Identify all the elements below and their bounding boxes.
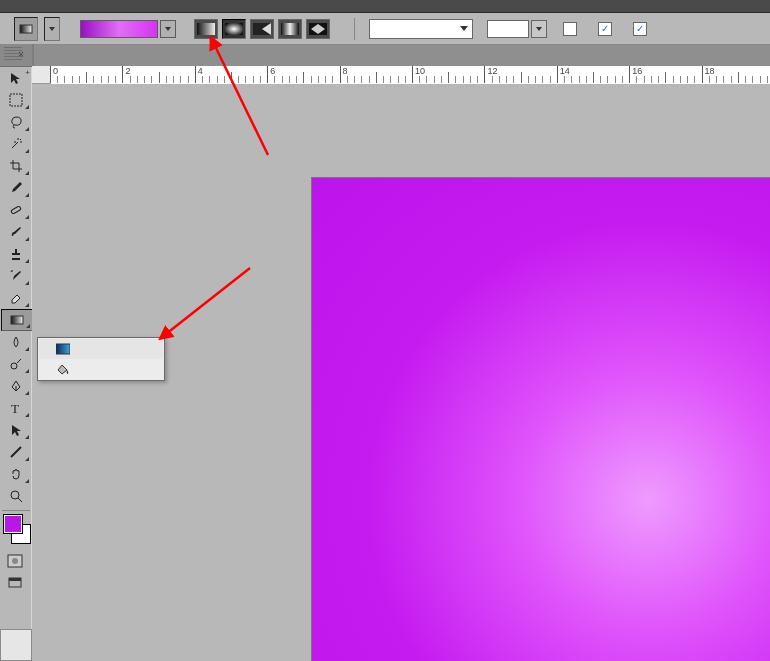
shape-tool[interactable]	[1, 441, 31, 463]
move-icon	[9, 71, 23, 85]
svg-rect-5	[281, 23, 299, 35]
paint-bucket-icon	[55, 361, 71, 377]
gradient-icon	[55, 341, 71, 357]
gradient-type-radial[interactable]	[222, 19, 246, 39]
zoom-tool[interactable]	[1, 485, 31, 507]
bandaid-icon	[9, 203, 23, 217]
svg-rect-1	[197, 23, 215, 35]
svg-rect-9	[11, 206, 22, 214]
gradient-icon	[19, 22, 33, 36]
pen-tool[interactable]	[1, 375, 31, 397]
transparency-group[interactable]	[633, 22, 650, 36]
eyedropper-tool[interactable]	[1, 177, 31, 199]
tool-preset-dropdown[interactable]	[44, 17, 60, 41]
opacity-input[interactable]	[487, 20, 529, 38]
crop-icon	[9, 159, 23, 173]
foreground-color[interactable]	[3, 514, 23, 534]
stamp-icon	[9, 247, 23, 261]
transparency-checkbox[interactable]	[633, 22, 647, 36]
dodge-tool[interactable]	[1, 353, 31, 375]
arrow-icon	[9, 423, 23, 437]
wand-icon	[9, 137, 23, 151]
ruler-horizontal[interactable]: 02468101214161820	[32, 66, 770, 85]
gradient-type-reflected[interactable]	[278, 19, 302, 39]
radial-icon	[225, 23, 243, 35]
current-tool-preset[interactable]	[14, 17, 38, 41]
dither-checkbox[interactable]	[598, 22, 612, 36]
ruler-origin[interactable]	[32, 66, 51, 84]
angle-icon	[253, 23, 271, 35]
drop-icon	[9, 335, 23, 349]
close-icon[interactable]: ×	[18, 50, 28, 60]
svg-rect-18	[56, 344, 70, 354]
gradient-type-diamond[interactable]	[306, 19, 330, 39]
status-fragment	[0, 629, 32, 661]
gradient-type-group	[194, 19, 330, 39]
history-brush-icon	[9, 269, 23, 283]
hand-icon	[9, 467, 23, 481]
dither-group[interactable]	[598, 22, 615, 36]
lasso-icon	[9, 115, 23, 129]
blur-tool[interactable]	[1, 331, 31, 353]
pen-icon	[9, 379, 23, 393]
svg-rect-2	[225, 23, 243, 35]
flyout-gradient-tool[interactable]	[39, 339, 163, 359]
quick-select-tool[interactable]	[1, 133, 31, 155]
gradient-type-angle[interactable]	[250, 19, 274, 39]
color-swatches[interactable]	[1, 514, 31, 548]
svg-rect-8	[10, 94, 22, 106]
quick-mask-toggle[interactable]	[0, 550, 30, 572]
brush-tool[interactable]	[1, 221, 31, 243]
document-tab-bar: ×	[0, 45, 770, 68]
svg-rect-0	[20, 25, 32, 33]
marquee-icon	[9, 93, 23, 107]
diamond-icon	[309, 23, 327, 35]
tools-panel-header[interactable]: ×	[0, 44, 32, 67]
hand-tool[interactable]	[1, 463, 31, 485]
type-icon: T	[9, 401, 23, 415]
gradient-tool[interactable]	[1, 309, 33, 331]
brush-icon	[9, 225, 23, 239]
crop-tool[interactable]	[1, 155, 31, 177]
svg-rect-10	[11, 316, 23, 324]
ruler-ticks: 02468101214161820	[50, 66, 770, 83]
reverse-group[interactable]	[563, 22, 580, 36]
move-tool[interactable]: +	[1, 67, 31, 89]
gradient-preview[interactable]	[80, 20, 158, 38]
zoom-icon	[9, 489, 23, 503]
type-tool[interactable]: T	[1, 397, 31, 419]
opacity-flyout[interactable]	[531, 20, 547, 38]
dodge-icon	[9, 357, 23, 371]
stamp-tool[interactable]	[1, 243, 31, 265]
gradient-picker-dropdown[interactable]	[160, 20, 176, 38]
quickmask-icon	[7, 554, 23, 568]
flyout-paint-bucket-tool[interactable]	[39, 359, 163, 379]
path-select-tool[interactable]	[1, 419, 31, 441]
line-icon	[9, 445, 23, 459]
history-brush-tool[interactable]	[1, 265, 31, 287]
canvas[interactable]	[312, 178, 770, 661]
tools-panel: × + T	[0, 44, 33, 661]
eyedropper-icon	[9, 181, 23, 195]
eraser-tool[interactable]	[1, 287, 31, 309]
linear-icon	[197, 23, 215, 35]
separator	[354, 18, 355, 40]
svg-point-15	[12, 558, 18, 564]
lasso-tool[interactable]	[1, 111, 31, 133]
healing-tool[interactable]	[1, 199, 31, 221]
marquee-tool[interactable]	[1, 89, 31, 111]
svg-point-11	[11, 363, 17, 369]
gradient-tool-flyout	[37, 337, 165, 381]
reverse-checkbox[interactable]	[563, 22, 577, 36]
reflected-icon	[281, 23, 299, 35]
svg-text:T: T	[11, 401, 19, 415]
eraser-icon	[9, 291, 23, 305]
svg-point-13	[11, 491, 19, 499]
gradient-icon	[10, 313, 24, 327]
gradient-type-linear[interactable]	[194, 19, 218, 39]
blend-mode-select[interactable]	[369, 19, 473, 39]
screen-icon	[7, 576, 23, 590]
svg-rect-17	[9, 578, 21, 581]
options-bar	[0, 13, 770, 45]
screen-mode-toggle[interactable]	[0, 572, 30, 594]
